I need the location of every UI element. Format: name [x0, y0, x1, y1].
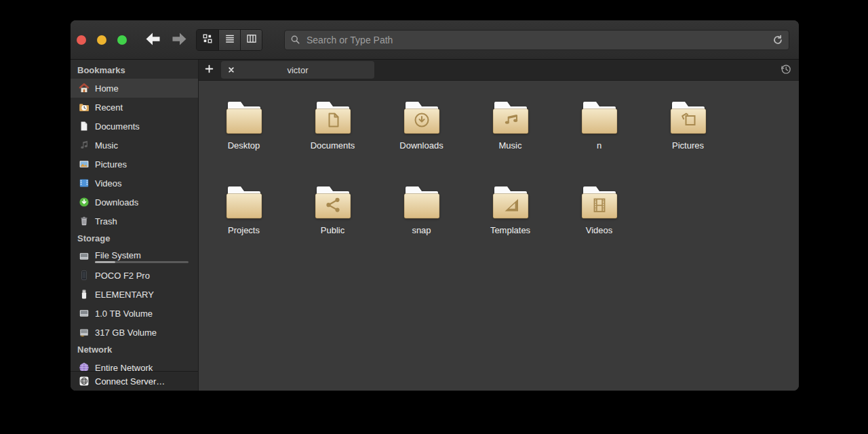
folder-name: snap — [412, 225, 431, 235]
sidebar-item-downloads[interactable]: Downloads — [71, 193, 198, 212]
folder-icon — [311, 184, 355, 220]
folder-videos[interactable]: Videos — [555, 184, 644, 269]
plus-icon — [204, 64, 214, 76]
folder-name: Downloads — [399, 140, 443, 151]
tab-bar: victor — [199, 60, 799, 81]
folder-name: Pictures — [672, 140, 704, 151]
sidebar-item-label: POCO F2 Pro — [95, 271, 150, 281]
folder-public[interactable]: Public — [288, 184, 377, 269]
minimize-button[interactable] — [97, 35, 106, 45]
sidebar-item-label: Trash — [95, 216, 117, 226]
window-controls — [77, 35, 127, 45]
connect-server-label: Connect Server… — [95, 376, 165, 387]
close-button[interactable] — [77, 35, 86, 45]
folder-grid: Desktop Documents Downloads Music n — [199, 81, 799, 391]
grid-view-icon — [202, 33, 213, 46]
filesystem-icon — [79, 251, 90, 262]
sidebar-item-label: Pictures — [95, 159, 127, 170]
folder-snap[interactable]: snap — [377, 184, 466, 269]
sidebar-item-music[interactable]: Music — [71, 136, 198, 155]
folder-icon — [400, 184, 443, 220]
usb-icon — [79, 289, 90, 300]
list-view-button[interactable] — [218, 30, 240, 50]
titlebar — [71, 20, 799, 60]
history-icon — [780, 63, 792, 77]
folder-icon — [489, 99, 532, 136]
folder-icon — [578, 99, 621, 136]
back-button[interactable] — [144, 32, 161, 48]
folder-icon — [578, 184, 621, 220]
search-input[interactable] — [305, 34, 768, 46]
view-switcher — [196, 29, 262, 51]
folder-pictures[interactable]: Pictures — [644, 99, 732, 184]
sidebar-section-storage: Storage — [71, 231, 198, 247]
back-arrow-icon — [144, 32, 161, 48]
sidebar-item-label: File System — [95, 250, 141, 260]
sidebar-item-trash[interactable]: Trash — [71, 212, 198, 231]
folder-name: Desktop — [228, 140, 260, 151]
sidebar-item-file-system[interactable]: File System — [71, 247, 198, 266]
sidebar-item-pictures[interactable]: Pictures — [71, 155, 198, 174]
connect-server-button[interactable]: Connect Server… — [71, 371, 198, 391]
home-icon — [79, 83, 90, 94]
folder-name: Videos — [586, 225, 613, 235]
folder-music[interactable]: Music — [466, 99, 555, 184]
sidebar-item-label: ELEMENTARY — [95, 290, 154, 300]
refresh-icon — [772, 35, 783, 45]
folder-n[interactable]: n — [555, 99, 644, 184]
search-icon — [290, 35, 300, 45]
phone-icon — [79, 270, 90, 281]
sidebar-item-recent[interactable]: Recent — [71, 98, 198, 117]
sidebar-item-home[interactable]: Home — [71, 79, 198, 98]
sidebar-item-1-0-tb-volume[interactable]: 1.0 TB Volume — [71, 304, 198, 323]
sidebar-item-videos[interactable]: Videos — [71, 174, 198, 193]
sidebar-section-bookmarks: Bookmarks — [71, 62, 198, 79]
maximize-button[interactable] — [117, 35, 127, 45]
grid-view-button[interactable] — [197, 30, 218, 50]
music-icon — [79, 140, 90, 151]
folder-name: n — [597, 140, 601, 151]
folder-templates[interactable]: Templates — [466, 184, 555, 269]
sidebar-item-elementary[interactable]: ELEMENTARY — [71, 285, 198, 304]
sidebar-item-label: Recent — [95, 102, 123, 113]
main-pane: victor Desktop Documents — [199, 60, 799, 391]
sidebar-item-label: Documents — [95, 121, 140, 132]
folder-icon — [400, 99, 443, 136]
sidebar-item-poco-f2-pro[interactable]: POCO F2 Pro — [71, 266, 198, 285]
folder-icon — [222, 99, 266, 136]
tab-label: victor — [221, 65, 374, 75]
folder-name: Music — [499, 140, 522, 151]
trash-icon — [79, 216, 90, 226]
file-manager-window: BookmarksHomeRecentDocumentsMusicPicture… — [71, 20, 799, 391]
sidebar-section-network: Network — [71, 342, 198, 358]
recent-icon — [79, 102, 90, 113]
sidebar-item-documents[interactable]: Documents — [71, 117, 198, 136]
history-button[interactable] — [780, 63, 792, 77]
folder-icon — [489, 184, 532, 220]
server-icon — [79, 376, 90, 387]
folder-documents[interactable]: Documents — [288, 99, 377, 184]
sidebar-item-label: Home — [95, 83, 119, 94]
folder-name: Documents — [311, 140, 355, 151]
column-view-button[interactable] — [240, 30, 262, 50]
refresh-button[interactable] — [772, 35, 783, 45]
tab-victor[interactable]: victor — [221, 61, 374, 79]
folder-downloads[interactable]: Downloads — [377, 99, 466, 184]
sidebar-item-label: 317 GB Volume — [95, 328, 157, 338]
document-icon — [79, 121, 90, 132]
sidebar-item-317-gb-volume[interactable]: 317 GB Volume — [71, 323, 198, 342]
drive-icon — [79, 308, 90, 319]
folder-projects[interactable]: Projects — [199, 184, 288, 269]
pictures-icon — [79, 159, 90, 170]
forward-button[interactable] — [171, 32, 188, 48]
folder-name: Templates — [490, 225, 530, 235]
folder-name: Projects — [228, 225, 260, 235]
folder-desktop[interactable]: Desktop — [199, 99, 288, 184]
new-tab-button[interactable] — [199, 64, 219, 76]
search-bar — [284, 30, 789, 50]
close-icon[interactable] — [227, 66, 235, 74]
sidebar-item-label: Videos — [95, 178, 122, 189]
column-view-icon — [246, 33, 257, 46]
sidebar-item-label: 1.0 TB Volume — [95, 309, 153, 319]
forward-arrow-icon — [171, 32, 188, 48]
